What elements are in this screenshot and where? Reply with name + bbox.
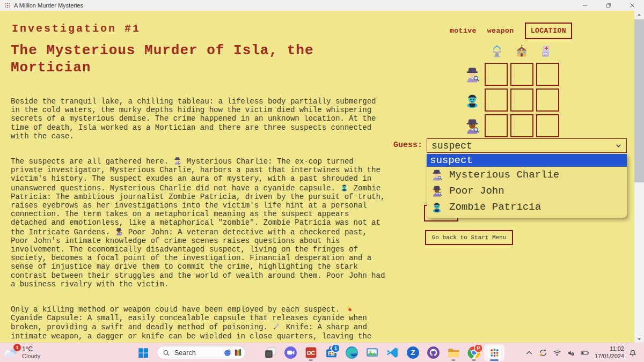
guess-select[interactable]: suspect [427, 138, 627, 153]
story: Beside the tranquil lake, a chilling tab… [11, 97, 386, 343]
back-to-start-button[interactable]: Go back to Start Menu [425, 230, 513, 245]
notifications-button[interactable] [628, 348, 638, 357]
board-cell[interactable] [485, 63, 508, 86]
running-indicator [490, 359, 499, 361]
story-paragraph: Beside the tranquil lake, a chilling tab… [11, 97, 386, 141]
running-indicator [472, 359, 476, 361]
taskbar: 1 1°C Cloudy Search DC1ZP 11:02 17/01/20… [0, 343, 644, 362]
zombie-icon [340, 183, 348, 191]
guess-option[interactable]: Mysterious Charlie [427, 167, 627, 183]
taskbar-clock[interactable]: 11:02 17/01/2024 [595, 345, 624, 360]
weather-temperature: 1°C [22, 345, 40, 353]
taskbar-apps: DC1ZP [260, 344, 504, 361]
svg-text:Z: Z [411, 349, 415, 357]
system-tray [524, 348, 590, 358]
search-decorations [223, 348, 243, 357]
svg-text:DC: DC [306, 350, 315, 356]
clue-tab-motive[interactable]: motive [450, 27, 477, 35]
capsule-icon [345, 305, 353, 313]
taskbar-app-squares-app[interactable] [260, 344, 280, 361]
restore-button[interactable] [597, 0, 620, 11]
dc-app-icon: DC [304, 346, 318, 359]
tray-volume-muted-button[interactable] [566, 348, 576, 358]
story-paragraph: Only a killing method or weapon could ha… [11, 305, 386, 341]
dagger-icon [273, 322, 281, 330]
detective-icon [464, 67, 480, 83]
scrollbar-thumb[interactable] [634, 19, 644, 182]
detective-icon [431, 169, 443, 181]
board-cell[interactable] [510, 63, 533, 86]
taskbar-app-file-explorer[interactable] [443, 344, 464, 361]
weather-text: 1°C Cloudy [22, 345, 40, 359]
close-button[interactable] [620, 0, 644, 11]
file-explorer-icon [447, 346, 460, 359]
taskbar-app-display-app[interactable] [362, 344, 382, 361]
scroll-up-icon[interactable] [636, 12, 642, 18]
sync-icon [539, 349, 547, 357]
window-controls [573, 0, 644, 11]
board-cell[interactable] [536, 63, 559, 86]
taskbar-app-github[interactable] [423, 344, 443, 361]
scroll-down-icon[interactable] [636, 336, 642, 342]
zombie-icon [464, 92, 480, 108]
murder-mysteries-icon [488, 346, 501, 359]
bell-icon [628, 348, 638, 357]
clue-tab-weapon[interactable]: weapon [487, 27, 514, 35]
yarn-ball-icon [223, 348, 232, 357]
clue-tab-location[interactable]: LOCATION [525, 23, 572, 39]
board-cell[interactable] [485, 88, 508, 112]
books-icon [233, 348, 243, 357]
board-column-icons [490, 44, 553, 58]
guess-option[interactable]: suspect [427, 154, 627, 167]
board-cell[interactable] [536, 114, 559, 137]
restore-icon [606, 3, 611, 8]
tray-battery-button[interactable] [580, 348, 590, 358]
board-cell[interactable] [485, 114, 508, 137]
clock-date: 17/01/2024 [595, 353, 624, 360]
taskbar-app-murder-mysteries[interactable] [484, 344, 504, 361]
investigation-heading: Investigation #1 [12, 23, 141, 35]
detective-dark-icon [464, 118, 480, 134]
board-cell[interactable] [510, 88, 533, 112]
titlebar: A Million Murder Mysteries [0, 0, 644, 11]
wifi-icon [553, 349, 561, 357]
volume-muted-icon [567, 349, 575, 357]
guess-option-label: Mysterious Charlie [449, 169, 559, 181]
board-cell[interactable] [536, 88, 559, 112]
tray-chevron-up-button[interactable] [524, 348, 535, 358]
guess-option[interactable]: Poor John [427, 183, 627, 199]
weather-badge: 1 [13, 344, 21, 351]
github-icon [427, 346, 440, 359]
notification-badge: 1 [331, 344, 340, 353]
guess-option-label: suspect [430, 154, 473, 166]
taskbar-app-dc-app[interactable]: DC [301, 344, 321, 361]
window-title: A Million Murder Mysteries [14, 2, 83, 9]
tray-sync-button[interactable] [538, 348, 548, 358]
taskbar-app-z-app[interactable]: Z [402, 344, 423, 361]
video-chat-icon [284, 346, 297, 359]
board-cell[interactable] [510, 114, 533, 137]
guess-dropdown-list: suspectMysterious CharliePoor JohnZombie… [427, 154, 627, 218]
detective-dark-icon [431, 185, 443, 197]
search-placeholder: Search [174, 349, 223, 357]
taskbar-app-ms-store[interactable]: 1 [321, 344, 341, 361]
board-row [464, 114, 562, 137]
taskbar-app-chrome[interactable]: P [464, 344, 484, 361]
story-paragraph: The suspects are all gathered here. Myst… [11, 157, 386, 289]
taskbar-app-vscode[interactable] [382, 344, 402, 361]
display-app-icon [365, 346, 379, 359]
guess-option[interactable]: Zombie Patricia [427, 199, 627, 215]
tray-wifi-button[interactable] [552, 348, 562, 358]
weather-widget[interactable]: 1 1°C Cloudy [3, 345, 40, 360]
minimize-button[interactable] [573, 0, 597, 11]
app-logo-icon [4, 2, 11, 9]
scrollbar[interactable] [634, 11, 644, 343]
guess-option-label: Poor John [449, 185, 504, 197]
search-box[interactable]: Search [157, 346, 246, 359]
taskbar-app-video-chat[interactable] [280, 344, 301, 361]
school-icon [515, 44, 529, 58]
fountain-icon [490, 44, 504, 58]
detective-icon [173, 157, 181, 165]
start-button[interactable] [137, 347, 149, 359]
taskbar-app-edge[interactable] [341, 344, 362, 361]
